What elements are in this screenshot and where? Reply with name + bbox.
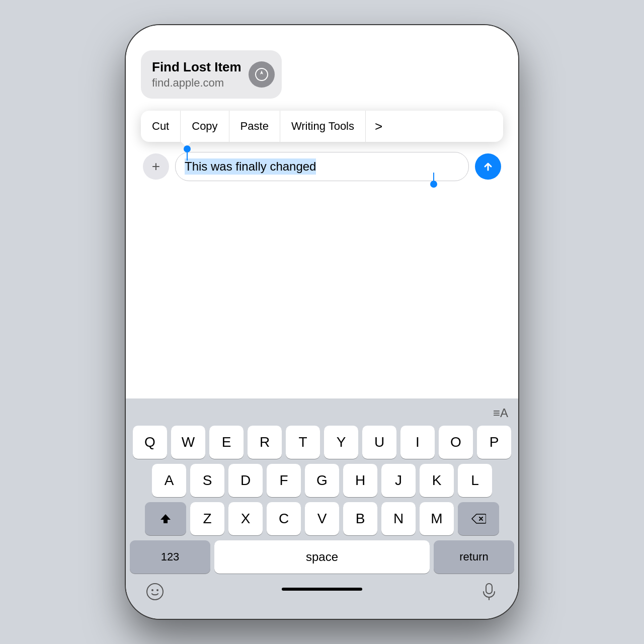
keyboard-rows: Q W E R T Y U I O P A S D F G <box>130 426 514 535</box>
paste-button[interactable]: Paste <box>229 111 280 142</box>
return-key[interactable]: return <box>434 540 514 574</box>
key-c[interactable]: C <box>267 502 301 535</box>
key-g[interactable]: G <box>305 464 339 497</box>
key-w[interactable]: W <box>171 426 205 459</box>
key-k[interactable]: K <box>420 464 454 497</box>
key-h[interactable]: H <box>343 464 377 497</box>
svg-rect-6 <box>486 584 492 594</box>
emoji-icon[interactable] <box>144 581 166 603</box>
svg-marker-2 <box>260 74 263 78</box>
key-n[interactable]: N <box>381 502 416 535</box>
input-area: + This was finally changed <box>141 152 503 181</box>
key-o[interactable]: O <box>439 426 473 459</box>
space-key[interactable]: space <box>214 540 430 574</box>
key-r[interactable]: R <box>248 426 282 459</box>
writing-tools-button[interactable]: Writing Tools <box>280 111 366 142</box>
plus-button[interactable]: + <box>143 153 169 180</box>
cursor-handle-left <box>184 145 191 160</box>
key-u[interactable]: U <box>362 426 396 459</box>
key-x[interactable]: X <box>228 502 263 535</box>
key-z[interactable]: Z <box>190 502 224 535</box>
key-d[interactable]: D <box>228 464 263 497</box>
bottom-row: 123 space return <box>130 540 514 574</box>
autocorrect-icon: ≡A <box>493 406 508 420</box>
key-j[interactable]: J <box>381 464 416 497</box>
send-button[interactable] <box>475 153 501 180</box>
key-b[interactable]: B <box>343 502 377 535</box>
key-row-3: Z X C V B N M <box>130 502 514 535</box>
compass-icon <box>249 61 275 88</box>
key-e[interactable]: E <box>209 426 244 459</box>
selected-text: This was finally changed <box>185 158 316 175</box>
key-p[interactable]: P <box>477 426 511 459</box>
svg-marker-1 <box>260 70 263 74</box>
key-row-2: A S D F G H J K L <box>130 464 514 497</box>
key-s[interactable]: S <box>190 464 224 497</box>
shift-key[interactable] <box>145 502 186 535</box>
messages-area: Find Lost Item find.apple.com Cut Copy P… <box>126 25 518 398</box>
keyboard-toolbar: ≡A <box>130 403 514 426</box>
microphone-icon[interactable] <box>478 581 500 603</box>
key-t[interactable]: T <box>286 426 320 459</box>
key-v[interactable]: V <box>305 502 339 535</box>
key-q[interactable]: Q <box>133 426 167 459</box>
phone-frame: Find Lost Item find.apple.com Cut Copy P… <box>126 25 518 619</box>
key-i[interactable]: I <box>400 426 435 459</box>
keyboard-bottom <box>130 574 514 617</box>
message-subtitle: find.apple.com <box>152 76 242 90</box>
key-y[interactable]: Y <box>324 426 358 459</box>
svg-point-0 <box>256 68 268 80</box>
delete-key[interactable] <box>458 502 499 535</box>
home-indicator <box>282 588 362 591</box>
key-l[interactable]: L <box>458 464 492 497</box>
svg-point-4 <box>151 589 153 591</box>
svg-point-5 <box>156 589 158 591</box>
screen: Find Lost Item find.apple.com Cut Copy P… <box>126 25 518 619</box>
keyboard: ≡A Q W E R T Y U I O P <box>126 398 518 619</box>
copy-button[interactable]: Copy <box>181 111 229 142</box>
key-row-1: Q W E R T Y U I O P <box>130 426 514 459</box>
num-key[interactable]: 123 <box>130 540 210 574</box>
key-m[interactable]: M <box>420 502 454 535</box>
key-f[interactable]: F <box>267 464 301 497</box>
message-title: Find Lost Item <box>152 59 242 75</box>
key-a[interactable]: A <box>152 464 186 497</box>
context-menu-container: Cut Copy Paste Writing Tools > <box>141 111 503 142</box>
cursor-handle-right <box>430 173 437 188</box>
cut-button[interactable]: Cut <box>141 111 181 142</box>
more-button[interactable]: > <box>366 111 391 142</box>
context-menu-popup: Cut Copy Paste Writing Tools > <box>141 111 503 142</box>
svg-point-3 <box>147 584 163 600</box>
text-input[interactable]: This was finally changed <box>175 152 469 181</box>
